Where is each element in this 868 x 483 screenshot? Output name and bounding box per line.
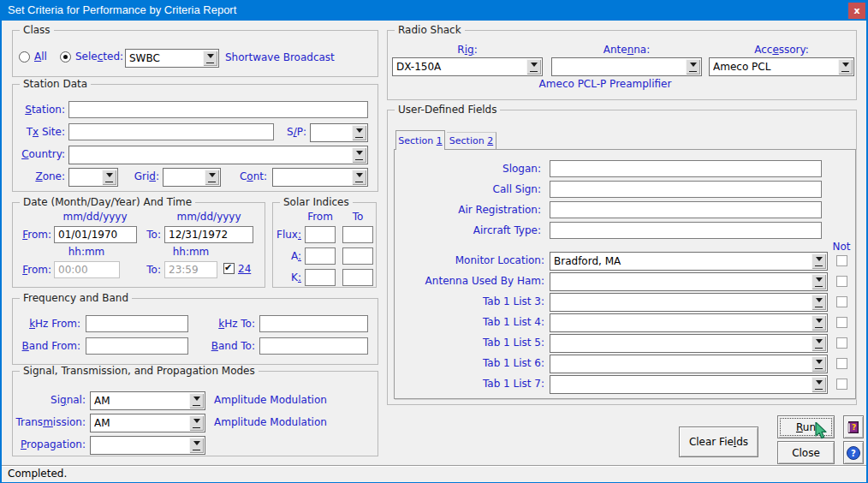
- slogan-input[interactable]: [550, 160, 822, 177]
- mouse-cursor: [815, 422, 832, 441]
- antenna-used-by-ham-not-checkbox[interactable]: [836, 276, 847, 287]
- a-from-input[interactable]: [305, 247, 336, 265]
- clear-fields-button[interactable]: Clear Fields: [679, 426, 758, 457]
- monitor-location-combo-value: Bradford, MA: [554, 255, 810, 267]
- grid-combo[interactable]: [163, 168, 221, 187]
- tab1-list7-label: Tab 1 List 7:: [394, 378, 544, 390]
- tab1-list3-label: Tab 1 List 3:: [394, 295, 544, 307]
- grid-label: Grid:: [125, 170, 159, 182]
- transmission-label: Transmission:: [12, 416, 86, 428]
- hour24-checkbox[interactable]: [223, 263, 235, 274]
- accessory-combo[interactable]: Ameco PCL: [709, 57, 854, 76]
- k-to-input[interactable]: [342, 269, 373, 286]
- a-to-input[interactable]: [342, 247, 373, 265]
- class-combo-value: SWBC: [129, 52, 201, 64]
- chevron-down-icon[interactable]: [189, 415, 204, 431]
- call-sign-input[interactable]: [550, 181, 822, 198]
- class-selected-radio[interactable]: [60, 51, 71, 63]
- band-from-input[interactable]: [86, 337, 188, 355]
- khz-to-input[interactable]: [259, 315, 368, 332]
- station-label: Station:: [12, 104, 65, 116]
- flux-from-input[interactable]: [305, 226, 336, 243]
- date-from-input[interactable]: [54, 226, 137, 243]
- sp-label: S/P:: [279, 126, 306, 138]
- tab1-list7-combo[interactable]: [550, 375, 828, 394]
- chevron-down-icon[interactable]: [812, 315, 826, 331]
- band-to-input[interactable]: [259, 337, 368, 355]
- chevron-down-icon[interactable]: [189, 438, 204, 453]
- svg-text:?: ?: [852, 423, 856, 432]
- class-all-radio[interactable]: [19, 51, 30, 63]
- chevron-down-icon[interactable]: [203, 51, 217, 66]
- antenna-used-by-ham-combo[interactable]: [550, 272, 828, 291]
- accessory-label: Accessory:: [709, 44, 854, 56]
- zone-combo[interactable]: [68, 168, 118, 187]
- tab-section-2[interactable]: Section 2: [447, 132, 496, 149]
- band-from-label: Band From:: [12, 340, 80, 352]
- rig-label: Rig:: [392, 44, 543, 56]
- flux-to-input[interactable]: [342, 226, 373, 243]
- air-registration-input[interactable]: [550, 201, 822, 218]
- chevron-down-icon[interactable]: [686, 59, 700, 75]
- station-input[interactable]: [68, 101, 368, 118]
- transmission-combo[interactable]: AM: [90, 414, 205, 432]
- help-book-button[interactable]: ?: [843, 415, 864, 438]
- chevron-down-icon[interactable]: [812, 295, 826, 310]
- country-combo[interactable]: [68, 146, 368, 164]
- k-from-input[interactable]: [305, 269, 336, 286]
- rig-combo-value: DX-150A: [396, 61, 525, 73]
- chevron-down-icon[interactable]: [812, 336, 826, 351]
- sp-combo[interactable]: [310, 123, 368, 142]
- time-format-header-from: hh:mm: [53, 246, 120, 258]
- chevron-down-icon[interactable]: [812, 274, 826, 289]
- chevron-down-icon[interactable]: [352, 147, 366, 163]
- class-all-label: All: [34, 51, 56, 63]
- close-window-button[interactable]: x: [848, 3, 865, 19]
- class-group-title: Class: [20, 24, 54, 36]
- time-format-header-to: hh:mm: [164, 246, 217, 258]
- monitor-location-not-checkbox[interactable]: [836, 255, 847, 266]
- svg-text:?: ?: [851, 449, 856, 458]
- solar-from-header: From: [303, 211, 337, 223]
- chevron-down-icon[interactable]: [352, 125, 366, 140]
- chevron-down-icon[interactable]: [812, 356, 826, 372]
- chevron-down-icon[interactable]: [205, 170, 219, 185]
- tab1-list4-combo[interactable]: [550, 313, 828, 332]
- help-button[interactable]: ?: [843, 441, 864, 464]
- chevron-down-icon[interactable]: [189, 393, 204, 408]
- chevron-down-icon[interactable]: [102, 170, 116, 185]
- close-button[interactable]: Close: [777, 441, 835, 464]
- solar-to-header: To: [341, 211, 375, 223]
- chevron-down-icon[interactable]: [812, 377, 826, 392]
- signal-combo[interactable]: AM: [90, 391, 205, 410]
- tab-section-1[interactable]: Section 1: [395, 130, 445, 150]
- monitor-location-combo[interactable]: Bradford, MA: [550, 252, 828, 271]
- tx-site-input[interactable]: [68, 123, 274, 140]
- time-from-input: [54, 261, 120, 278]
- station-data-group-title: Station Data: [20, 78, 91, 90]
- tab1-list6-combo[interactable]: [550, 355, 828, 373]
- tab1-list3-not-checkbox[interactable]: [836, 296, 847, 307]
- date-from-label: From:: [12, 229, 51, 241]
- chevron-down-icon[interactable]: [526, 59, 541, 75]
- chevron-down-icon[interactable]: [812, 253, 826, 269]
- khz-from-input[interactable]: [86, 315, 188, 332]
- tab1-list5-combo[interactable]: [550, 334, 828, 353]
- class-combo[interactable]: SWBC: [125, 49, 219, 68]
- tab1-list5-not-checkbox[interactable]: [836, 337, 847, 349]
- propagation-combo[interactable]: [90, 436, 205, 455]
- date-to-input[interactable]: [164, 226, 253, 243]
- tab1-list6-not-checkbox[interactable]: [836, 358, 847, 369]
- tab1-list4-not-checkbox[interactable]: [836, 317, 847, 328]
- chevron-down-icon[interactable]: [838, 59, 853, 75]
- tab1-list3-combo[interactable]: [550, 293, 828, 312]
- aircraft-type-input[interactable]: [550, 222, 822, 239]
- tab1-list7-not-checkbox[interactable]: [836, 379, 847, 390]
- user-defined-fields-group-title: User-Defined Fields: [395, 104, 500, 116]
- rig-combo[interactable]: DX-150A: [392, 57, 543, 76]
- chevron-down-icon[interactable]: [352, 170, 366, 185]
- cont-combo[interactable]: [272, 168, 368, 187]
- antenna-combo[interactable]: [551, 57, 702, 76]
- band-to-label: Band To:: [202, 340, 255, 352]
- tab1-list4-label: Tab 1 List 4:: [394, 316, 544, 328]
